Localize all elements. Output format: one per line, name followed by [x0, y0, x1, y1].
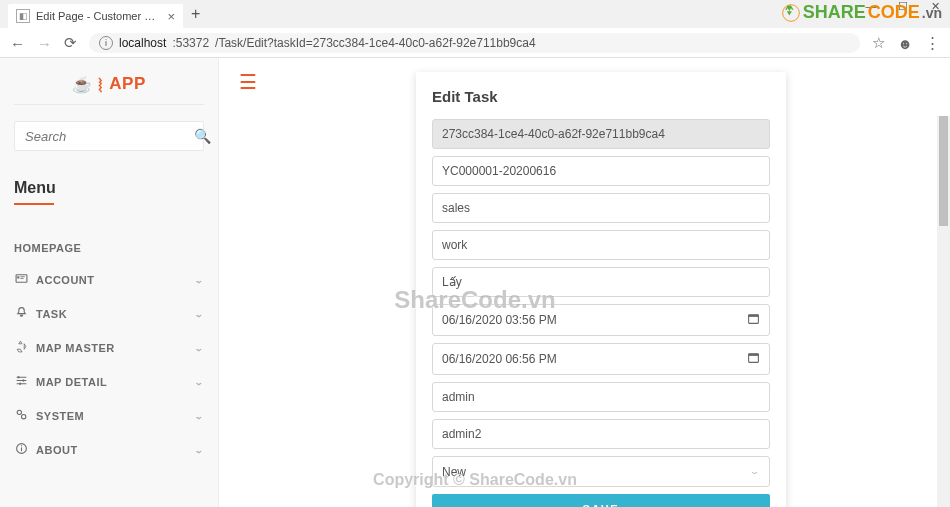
menu-label: TASK [36, 308, 67, 320]
datetime-end-value: 06/16/2020 06:56 PM [442, 352, 747, 366]
user2-value: admin2 [442, 427, 760, 441]
url-port: :53372 [172, 36, 209, 50]
star-icon[interactable]: ☆ [872, 34, 885, 52]
site-info-icon[interactable]: i [99, 36, 113, 50]
recycle-icon [781, 3, 801, 23]
id-card-icon [14, 272, 28, 288]
field-work[interactable]: work [432, 230, 770, 260]
chevron-down-icon: ⌄ [194, 309, 205, 319]
browser-tab[interactable]: ◧ Edit Page - Customer Care Depa × [8, 4, 183, 28]
back-button[interactable]: ← [10, 35, 25, 52]
status-value: New [442, 465, 749, 479]
scrollbar-track[interactable] [937, 116, 950, 507]
edit-task-panel: Edit Task 273cc384-1ce4-40c0-a62f-92e711… [416, 72, 786, 507]
svg-rect-6 [22, 379, 24, 381]
status-select[interactable]: New ⌄ [432, 456, 770, 487]
task-id-value: 273cc384-1ce4-40c0-a62f-92e711bb9ca4 [442, 127, 760, 141]
field-sales[interactable]: sales [432, 193, 770, 223]
user2-field[interactable]: admin2 [432, 419, 770, 449]
form-title: Edit Task [432, 88, 770, 105]
save-button[interactable]: SAVE [432, 494, 770, 507]
app-logo-text: APP [109, 74, 145, 94]
menu-list: HOMEPAGE ACCOUNT ⌄ TASK ⌄ MAP MASTER ⌄ M… [14, 233, 204, 467]
menu-label: SYSTEM [36, 410, 84, 422]
chevron-down-icon: ⌄ [194, 275, 205, 285]
chevron-down-icon: ⌄ [194, 411, 205, 421]
user1-field[interactable]: admin [432, 382, 770, 412]
main-content: ☰ Edit Task 273cc384-1ce4-40c0-a62f-92e7… [218, 58, 950, 507]
menu-label: MAP MASTER [36, 342, 115, 354]
menu-about[interactable]: ABOUT ⌄ [14, 433, 204, 467]
svg-rect-12 [20, 445, 21, 446]
svg-rect-11 [20, 447, 21, 451]
watermark-logo: SHARECODE.vn [781, 2, 942, 23]
field-lay[interactable]: Lấy [432, 267, 770, 297]
tab-title: Edit Page - Customer Care Depa [36, 10, 161, 22]
forward-button: → [37, 35, 52, 52]
svg-rect-2 [17, 276, 19, 278]
chevron-down-icon: ⌄ [749, 467, 760, 476]
menu-label: MAP DETAIL [36, 376, 107, 388]
chevron-down-icon: ⌄ [194, 445, 205, 455]
url-path: /Task/Edit?taskId=273cc384-1ce4-40c0-a62… [215, 36, 536, 50]
scrollbar-thumb[interactable] [939, 116, 948, 226]
svg-point-8 [17, 410, 21, 414]
chevron-down-icon: ⌄ [194, 377, 205, 387]
tab-close-icon[interactable]: × [167, 9, 175, 24]
burger-icon[interactable]: ☰ [239, 70, 257, 94]
sidebar: ☕ ⦚ APP 🔍 Menu HOMEPAGE ACCOUNT ⌄ TASK ⌄… [0, 58, 218, 507]
recycle-icon [14, 340, 28, 356]
menu-map-detail[interactable]: MAP DETAIL ⌄ [14, 365, 204, 399]
menu-homepage[interactable]: HOMEPAGE [14, 233, 204, 263]
address-bar: ← → ⟳ i localhost:53372/Task/Edit?taskId… [0, 28, 950, 58]
watermark-share: SHARE [803, 2, 866, 23]
menu-label: ACCOUNT [36, 274, 95, 286]
new-tab-button[interactable]: + [183, 3, 208, 25]
menu-system[interactable]: SYSTEM ⌄ [14, 399, 204, 433]
datetime-start-field[interactable]: 06/16/2020 03:56 PM [432, 304, 770, 336]
app-logo[interactable]: ☕ ⦚ APP [14, 68, 204, 105]
user1-value: admin [442, 390, 760, 404]
chevron-down-icon: ⌄ [194, 343, 205, 353]
watermark-vn: .vn [922, 5, 942, 21]
svg-rect-4 [20, 278, 23, 279]
menu-heading: Menu [14, 179, 204, 211]
field-work-value: work [442, 238, 760, 252]
menu-task[interactable]: TASK ⌄ [14, 297, 204, 331]
reload-button[interactable]: ⟳ [64, 34, 77, 52]
url-input[interactable]: i localhost:53372/Task/Edit?taskId=273cc… [89, 33, 860, 53]
save-button-label: SAVE [582, 503, 619, 507]
url-host: localhost [119, 36, 166, 50]
search-box[interactable]: 🔍 [14, 121, 204, 151]
menu-icon[interactable]: ⋮ [925, 34, 940, 52]
watermark-code: CODE [868, 2, 920, 23]
profile-icon[interactable]: ☻ [897, 35, 913, 52]
datetime-end-field[interactable]: 06/16/2020 06:56 PM [432, 343, 770, 375]
svg-rect-5 [17, 376, 19, 378]
svg-point-9 [21, 415, 25, 419]
info-icon [14, 442, 28, 458]
field-lay-value: Lấy [442, 275, 760, 289]
gears-icon [14, 408, 28, 424]
code-field[interactable]: YC000001-20200616 [432, 156, 770, 186]
datetime-start-value: 06/16/2020 03:56 PM [442, 313, 747, 327]
calendar-icon[interactable] [747, 312, 760, 328]
waves-icon: ⦚ [97, 76, 106, 93]
menu-account[interactable]: ACCOUNT ⌄ [14, 263, 204, 297]
search-icon: 🔍 [194, 128, 211, 144]
code-value: YC000001-20200616 [442, 164, 760, 178]
svg-rect-14 [749, 315, 759, 317]
calendar-icon[interactable] [747, 351, 760, 367]
cup-icon: ☕ [72, 75, 93, 94]
search-input[interactable] [25, 129, 194, 144]
favicon-icon: ◧ [16, 9, 30, 23]
menu-map-master[interactable]: MAP MASTER ⌄ [14, 331, 204, 365]
task-id-field: 273cc384-1ce4-40c0-a62f-92e711bb9ca4 [432, 119, 770, 149]
bell-icon [14, 306, 28, 322]
field-sales-value: sales [442, 201, 760, 215]
sliders-icon [14, 374, 28, 390]
svg-rect-16 [749, 354, 759, 356]
svg-rect-7 [19, 383, 21, 385]
svg-rect-3 [20, 276, 24, 277]
page-body: ☕ ⦚ APP 🔍 Menu HOMEPAGE ACCOUNT ⌄ TASK ⌄… [0, 58, 950, 507]
